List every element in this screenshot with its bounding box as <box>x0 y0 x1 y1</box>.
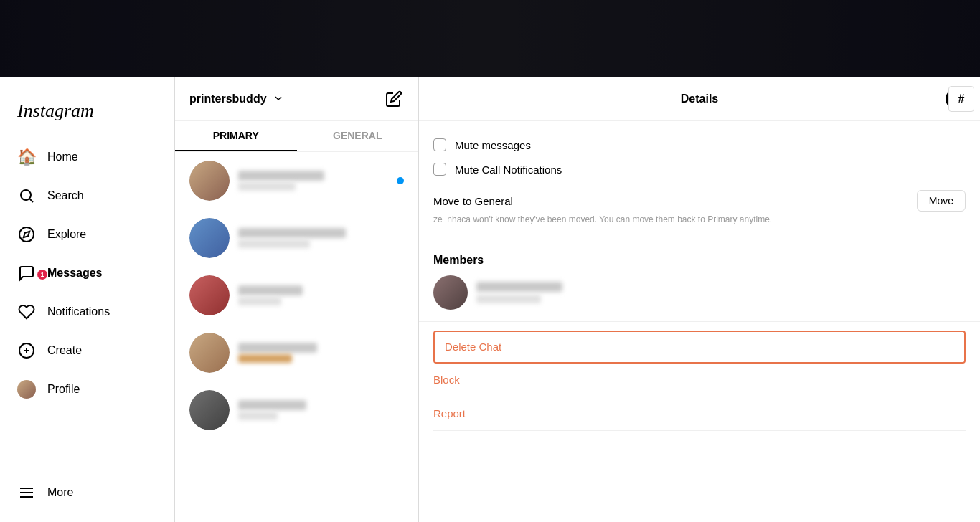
mute-section: Mute messages Mute Call Notifications Mo… <box>419 121 980 242</box>
details-header: Details i <box>419 77 980 121</box>
sidebar-label-search: Search <box>47 189 84 202</box>
more-icon <box>17 483 36 502</box>
message-content-5 <box>238 400 404 420</box>
member-info-1 <box>476 282 562 303</box>
sidebar-item-explore[interactable]: Explore <box>6 217 169 252</box>
messages-panel: printersbuddy PRIMARY GENERAL <box>175 77 419 522</box>
conversation-item-5[interactable] <box>175 381 418 439</box>
message-name-5 <box>238 400 306 410</box>
report-label: Report <box>433 407 466 419</box>
tab-primary[interactable]: PRIMARY <box>175 121 297 151</box>
sidebar-label-messages: Messages <box>47 267 103 280</box>
messages-list <box>175 152 418 522</box>
sidebar-label-notifications: Notifications <box>47 305 110 318</box>
delete-chat-row[interactable]: Delete Chat <box>433 331 966 364</box>
action-section: Delete Chat Block Report <box>419 322 980 431</box>
notifications-icon <box>17 303 36 321</box>
messages-tabs: PRIMARY GENERAL <box>175 121 418 152</box>
move-to-general-row: Move to General Move <box>433 181 966 214</box>
message-name-2 <box>238 228 346 238</box>
avatar-5 <box>189 390 230 430</box>
avatar-2 <box>189 218 230 258</box>
svg-point-0 <box>21 190 31 200</box>
message-preview-4 <box>238 354 292 363</box>
message-name-3 <box>238 285 303 295</box>
create-icon <box>17 341 36 360</box>
sidebar-label-profile: Profile <box>47 383 80 396</box>
sidebar-label-more: More <box>47 486 73 499</box>
message-content-2 <box>238 228 404 248</box>
message-content-1 <box>238 171 388 191</box>
svg-line-1 <box>30 199 33 202</box>
messages-header: printersbuddy <box>175 77 418 121</box>
compose-button[interactable] <box>384 89 404 109</box>
sidebar-nav: 🏠 Home Search Explore <box>0 139 174 475</box>
home-icon: 🏠 <box>17 148 36 166</box>
mute-messages-row: Mute messages <box>433 133 966 157</box>
unread-dot-1 <box>397 177 404 184</box>
mute-messages-label: Mute messages <box>455 139 531 151</box>
messages-badge: 1 <box>37 270 47 280</box>
search-icon <box>17 186 36 205</box>
sidebar-item-search[interactable]: Search <box>6 178 169 214</box>
message-content-3 <box>238 285 404 305</box>
member-avatar-1 <box>433 275 468 310</box>
main-layout: Instagram 🏠 Home Search <box>0 77 980 522</box>
chevron-down-icon <box>273 92 284 106</box>
message-preview-2 <box>238 239 310 248</box>
tab-general[interactable]: GENERAL <box>297 121 419 151</box>
mute-calls-label: Mute Call Notifications <box>455 163 562 176</box>
top-bar <box>0 0 980 77</box>
username-dropdown[interactable]: printersbuddy <box>189 92 284 106</box>
move-note: ze_nhaca won't know they've been moved. … <box>433 214 966 230</box>
move-button[interactable]: Move <box>917 190 966 212</box>
messages-icon: 1 <box>17 264 36 283</box>
members-title: Members <box>433 254 966 267</box>
avatar-4 <box>189 333 230 373</box>
sidebar-label-explore: Explore <box>47 228 86 241</box>
details-panel: Details i Mute messages Mute Call Notifi… <box>419 77 980 522</box>
delete-chat-label: Delete Chat <box>445 341 501 353</box>
mute-calls-checkbox[interactable] <box>433 163 446 176</box>
sidebar-item-messages[interactable]: 1 Messages <box>6 255 169 291</box>
block-label: Block <box>433 374 460 386</box>
conversation-item-1[interactable] <box>175 152 418 209</box>
member-name-1 <box>476 282 562 292</box>
conversation-item-2[interactable] <box>175 209 418 267</box>
sidebar-item-profile[interactable]: Profile <box>6 371 169 407</box>
hashtag-button[interactable]: # <box>948 86 974 112</box>
member-item-1[interactable] <box>433 275 966 310</box>
sidebar-label-home: Home <box>47 151 78 163</box>
conversation-item-4[interactable] <box>175 324 418 381</box>
svg-point-2 <box>19 227 34 242</box>
member-sub-1 <box>476 295 541 303</box>
mute-calls-row: Mute Call Notifications <box>433 157 966 181</box>
profile-icon <box>17 380 36 399</box>
message-preview-3 <box>238 297 281 305</box>
sidebar-item-create[interactable]: Create <box>6 333 169 369</box>
message-name-1 <box>238 171 324 181</box>
conversation-item-3[interactable] <box>175 267 418 324</box>
report-row[interactable]: Report <box>433 397 966 431</box>
block-row[interactable]: Block <box>433 364 966 397</box>
avatar-1 <box>189 161 230 201</box>
message-name-4 <box>238 343 317 353</box>
details-title: Details <box>453 92 946 105</box>
message-preview-1 <box>238 182 296 191</box>
avatar-3 <box>189 275 230 315</box>
sidebar-label-create: Create <box>47 344 82 357</box>
explore-icon <box>17 225 36 244</box>
message-preview-5 <box>238 412 278 420</box>
members-section: Members <box>419 242 980 322</box>
move-to-general-label: Move to General <box>433 195 513 207</box>
message-content-4 <box>238 343 404 363</box>
sidebar-item-more[interactable]: More <box>0 475 174 511</box>
svg-marker-3 <box>24 232 29 237</box>
sidebar-item-notifications[interactable]: Notifications <box>6 294 169 330</box>
mute-messages-checkbox[interactable] <box>433 138 446 151</box>
sidebar-item-home[interactable]: 🏠 Home <box>6 139 169 175</box>
sidebar: Instagram 🏠 Home Search <box>0 77 175 522</box>
instagram-logo: Instagram <box>0 89 174 139</box>
username-text: printersbuddy <box>189 92 267 105</box>
